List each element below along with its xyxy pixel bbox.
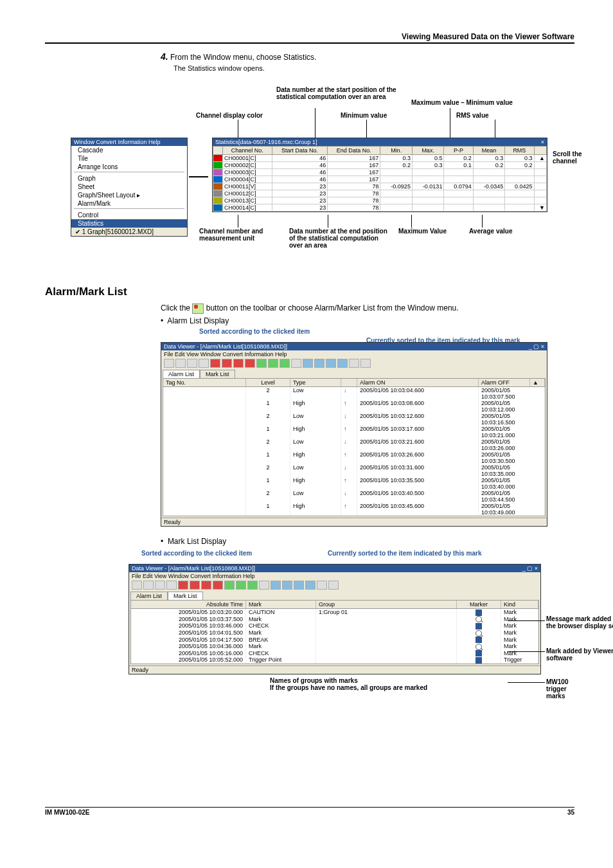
flag-icon [475,637,482,643]
menu-item[interactable]: Graph [71,174,187,183]
mark-col-header[interactable]: Group [316,601,457,608]
alarm-title-text: Data Viewer - [Alarm/Mark List[10510808.… [164,343,287,350]
label-data-end: Data number at the end position of the s… [289,228,392,249]
window-menu-bar: Window Convert Information Help [71,138,187,146]
menu-item-statistics[interactable]: Statistics [71,219,187,228]
step-number: 4. [161,51,168,62]
table-row[interactable]: 2Low↓2005/01/05 10:03:12.6002005/01/05 1… [163,413,545,426]
label-data-start: Data number at the start position of the… [276,86,405,100]
menu-item[interactable]: Alarm/Mark [71,199,187,208]
label-avg-value: Average value [469,228,512,235]
tab-alarm-list[interactable]: Alarm List [163,370,200,378]
magnifier-icon [475,630,482,637]
table-row[interactable]: 2005/01/05 10:04:01.500MarkMark [131,629,538,637]
menu-item[interactable]: Sheet [71,183,187,191]
table-row[interactable]: 2005/01/05 10:03:46.000CHECKMark [131,622,538,629]
status-text: Ready [132,667,148,673]
sorted-current-2: Currently sorted to the item indicated b… [328,550,482,557]
table-row[interactable]: 1High↑2005/01/05 10:03:26.6002005/01/05 … [163,451,545,464]
close-icon[interactable]: × [541,139,544,145]
note-group-names: Names of groups with marks [270,677,574,684]
label-max-minus-min: Maximum value – Minimum value [411,99,513,106]
alarm-toolbar-icon[interactable] [192,303,204,314]
alarm-col-header[interactable] [341,379,357,386]
mark-toolbar[interactable] [129,580,540,590]
table-row[interactable]: 2Low↓2005/01/05 10:03:40.5002005/01/05 1… [163,490,545,503]
alarm-list-window: Data Viewer - [Alarm/Mark List[10510808.… [161,342,547,527]
table-row[interactable]: 2Low↓2005/01/05 10:03:21.6002005/01/05 1… [163,439,545,451]
mark-list-window: Data Viewer - [Alarm/Mark List[10510808.… [129,564,541,674]
mark-list-bullet: • Mark List Display [161,537,574,546]
alarm-col-header[interactable]: Level [246,379,290,386]
table-row[interactable]: 1High↑2005/01/05 10:03:17.6002005/01/05 … [163,426,545,439]
mark-menubar[interactable]: File Edit View Window Convert Informatio… [129,572,540,580]
table-row[interactable]: 2005/01/05 10:05:52.000Trigger PointTrig… [131,656,538,664]
footer-left: IM MW100-02E [45,809,89,816]
alarm-intro: Click the button on the toolbar or choos… [161,303,574,314]
menu-item[interactable]: Cascade [71,146,187,154]
alarm-col-header[interactable]: Tag No. [163,379,246,386]
table-row[interactable]: 2005/01/05 10:03:37.500MarkMark [131,616,538,623]
magnifier-icon [475,616,482,622]
alarm-col-header[interactable]: Alarm ON [357,379,479,386]
alarm-mark-heading: Alarm/Mark List [45,285,574,298]
label-channel-num-unit: Channel number and measurement unit [199,228,289,242]
alarm-col-header[interactable]: Alarm OFF [479,379,530,386]
tab-mark-list[interactable]: Mark List [200,370,235,378]
mark-col-header[interactable]: Mark [246,601,316,608]
flag-icon [475,623,482,629]
section-header: Viewing Measured Data on the Viewer Soft… [45,32,574,44]
stats-table: Channel No.Start Data No.End Data No.Min… [213,146,547,212]
label-channel-color: Channel display color [196,112,263,119]
alarm-col-header[interactable]: ▲ [530,379,545,386]
alarm-list-bullet: • Alarm List Display [161,316,574,325]
table-row[interactable]: 1High↑2005/01/05 10:03:08.6002005/01/05 … [163,400,545,413]
table-row[interactable]: 2005/01/05 10:05:16.000CHECKMark [131,650,538,657]
label-max-value: Maximum Value [398,228,447,235]
step-text: From the Window menu, choose Statistics. [170,53,316,62]
table-row[interactable]: 2005/01/05 10:03:20.000CAUTION1:Group 01… [131,609,538,616]
window-controls[interactable]: _ ▢ × [529,343,544,350]
menu-item[interactable]: Arrange Icons [71,163,187,171]
mark-col-header[interactable]: Absolute Time [131,601,246,608]
alarm-menubar[interactable]: File Edit View Window Convert Informatio… [161,350,547,358]
table-row[interactable]: 1High↑2005/01/05 10:03:35.5002005/01/05 … [163,477,545,490]
note-message-mark: Message mark added in the browser displa… [546,615,613,629]
alarm-intro-b: button on the toolbar or choose Alarm/Ma… [206,303,459,312]
label-min-value: Minimum value [341,112,387,119]
menu-item[interactable]: Tile [71,154,187,163]
status-text: Ready [164,519,181,525]
note-mark-added: Mark added by Viewer software [546,647,613,662]
table-row[interactable]: 2005/01/05 10:04:17.500BREAKMark [131,637,538,644]
magnifier-icon [475,644,482,650]
mark-col-header[interactable]: Marker [457,601,501,608]
alarm-intro-a: Click the [161,303,192,312]
menu-item[interactable]: Graph/Sheet Layout ▸ [71,191,187,199]
table-row[interactable]: 2005/01/05 10:04:36.000MarkMark [131,643,538,650]
stats-title-text: Statistics[data-0507-1916.mxc:Group 1] [215,139,317,145]
label-rms: RMS value [456,112,489,119]
flag-icon [475,610,482,616]
table-row[interactable]: 2Low↓2005/01/05 10:03:31.6002005/01/05 1… [163,464,545,477]
statistics-figure: Data number at the start position of the… [45,86,574,266]
window-menu: Window Convert Information Help Cascade … [71,138,188,237]
menu-foot: ✔ 1 Graph[51600012.MXD] [71,228,187,236]
mark-col-header[interactable]: Kind [501,601,538,608]
alarm-col-header[interactable]: Type [290,379,341,386]
flag-icon [475,657,482,664]
stats-titlebar: Statistics[data-0507-1916.mxc:Group 1] × [213,138,547,146]
menu-item[interactable]: Control [71,211,187,219]
sorted-label-2: Sorted according to the clicked item [141,550,252,557]
tab-alarm-list-2[interactable]: Alarm List [130,592,168,600]
tab-mark-list-2[interactable]: Mark List [168,592,203,600]
step-line: 4. From the Window menu, choose Statisti… [161,51,574,62]
label-scroll: Scroll the channel [553,150,591,165]
table-row[interactable]: 1High↑2005/01/05 10:03:45.6002005/01/05 … [163,503,545,516]
alarm-toolbar[interactable] [161,358,547,368]
table-row[interactable]: 2Low↓2005/01/05 10:03:04.6002005/01/05 1… [163,387,545,400]
sorted-label: Sorted according to the clicked item [199,328,310,335]
alarm-titlebar: Data Viewer - [Alarm/Mark List[10510808.… [161,343,547,350]
mark-title-text: Data Viewer - [Alarm/Mark List[10510808.… [132,565,255,572]
note-group-names-sub: If the groups have no names, all groups … [270,684,574,691]
window-controls[interactable]: _ ▢ × [522,565,538,572]
